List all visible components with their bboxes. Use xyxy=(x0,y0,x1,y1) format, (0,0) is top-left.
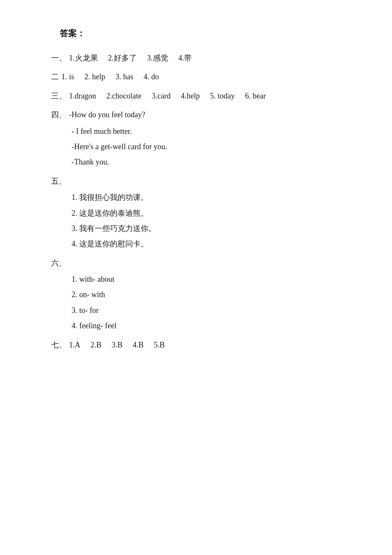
yi-item-2: 2.好多了 xyxy=(108,51,137,65)
page-title: 答案： xyxy=(60,26,341,41)
si-sub-1: - I feel much better. xyxy=(72,124,341,138)
er-item-2: 2. help xyxy=(84,70,105,84)
section-qi-label: 七、 xyxy=(51,338,66,352)
section-san-label: 三、 xyxy=(51,89,66,103)
section-san: 三、 1.dragon 2.chocolate 3.card 4.help 5.… xyxy=(51,89,341,103)
liu-sub-2: 2. on- with xyxy=(72,288,341,301)
section-liu-label: 六、 xyxy=(51,256,66,270)
qi-item-1: 1.A xyxy=(69,338,81,352)
wu-sub-3: 3. 我有一些巧克力送你。 xyxy=(72,222,341,235)
wu-sub-1: 1. 我很担心我的功课。 xyxy=(72,191,341,204)
san-item-3: 3.card xyxy=(152,89,170,103)
section-wu: 五、 1. 我很担心我的功课。 2. 这是送你的泰迪熊。 3. 我有一些巧克力送… xyxy=(51,174,341,251)
liu-sub-4: 4. feeling- feel xyxy=(72,319,341,332)
section-yi-content: 1.火龙果 2.好多了 3.感觉 4.带 xyxy=(69,51,341,65)
section-yi: 一、 1.火龙果 2.好多了 3.感觉 4.带 xyxy=(51,51,341,65)
section-er: 二 1. is 2. help 3. has 4. do xyxy=(51,70,341,84)
section-liu: 六、 1. with- about 2. on- with 3. to- for… xyxy=(51,256,341,333)
yi-item-1: 1.火龙果 xyxy=(69,51,98,65)
section-si: 四、 -How do you feel today? - I feel much… xyxy=(51,108,341,169)
er-item-4: 4. do xyxy=(144,70,159,84)
san-item-2: 2.chocolate xyxy=(106,89,141,103)
section-er-label: 二 xyxy=(51,70,59,84)
yi-item-4: 4.带 xyxy=(179,51,192,65)
er-item-1: 1. is xyxy=(61,70,74,84)
section-qi-content: 1.A 2.B 3.B 4.B 5.B xyxy=(69,338,341,352)
section-san-content: 1.dragon 2.chocolate 3.card 4.help 5. to… xyxy=(69,89,341,103)
yi-item-3: 3.感觉 xyxy=(147,51,168,65)
section-si-main: -How do you feel today? xyxy=(69,108,341,121)
liu-sub-3: 3. to- for xyxy=(72,304,341,317)
section-yi-label: 一、 xyxy=(51,51,66,65)
san-item-1: 1.dragon xyxy=(69,89,96,103)
si-sub-2: -Here's a get-well card for you. xyxy=(72,140,341,153)
san-item-6: 6. bear xyxy=(245,89,266,103)
section-qi: 七、 1.A 2.B 3.B 4.B 5.B xyxy=(51,338,341,352)
qi-item-2: 2.B xyxy=(91,338,102,352)
section-wu-label: 五、 xyxy=(51,174,66,188)
wu-sub-4: 4. 这是送你的慰问卡。 xyxy=(72,237,341,251)
er-item-3: 3. has xyxy=(115,70,133,84)
si-sub-3: -Thank you. xyxy=(72,155,341,169)
section-si-label: 四、 xyxy=(51,108,66,121)
liu-sub-1: 1. with- about xyxy=(72,272,341,286)
wu-sub-2: 2. 这是送你的泰迪熊。 xyxy=(72,206,341,220)
qi-item-3: 3.B xyxy=(112,338,123,352)
san-item-5: 5. today xyxy=(210,89,235,103)
qi-item-5: 5.B xyxy=(154,338,165,352)
qi-item-4: 4.B xyxy=(133,338,144,352)
san-item-4: 4.help xyxy=(181,89,200,103)
section-er-content: 1. is 2. help 3. has 4. do xyxy=(61,70,341,84)
